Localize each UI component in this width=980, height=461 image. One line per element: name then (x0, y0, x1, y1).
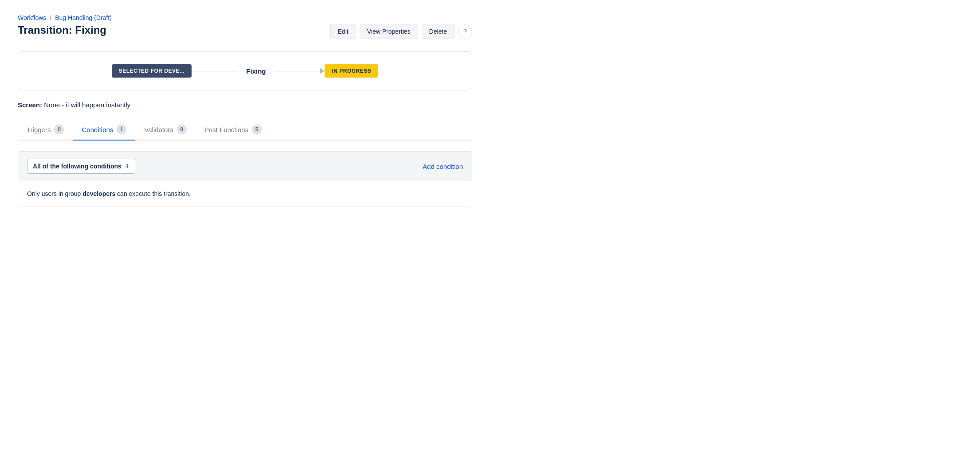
screen-label: Screen: (18, 101, 42, 109)
header-row: Transition: Fixing Edit View Properties … (18, 24, 472, 39)
line-left (192, 71, 237, 71)
breadcrumb-workflows-link[interactable]: Workflows (18, 14, 46, 21)
header-actions: Edit View Properties Delete ? (330, 24, 472, 39)
conditions-container: All of the following conditions ⬍ Add co… (18, 151, 472, 207)
tab-label: Triggers (27, 126, 51, 133)
add-condition-button[interactable]: Add condition (423, 163, 463, 170)
breadcrumb-separator: / (50, 14, 51, 21)
from-status-badge: SELECTED FOR DEVE... (112, 64, 192, 78)
tab-badge: 1 (117, 125, 126, 134)
breadcrumb: Workflows / Bug Handling (Draft) (18, 14, 472, 21)
tabs-container: Triggers0Conditions1Validators0Post Func… (18, 119, 472, 141)
screen-info: Screen: None - it will happen instantly (18, 101, 472, 109)
condition-row: Only users in group developers can execu… (18, 181, 472, 207)
tab-label: Validators (144, 126, 173, 133)
help-button[interactable]: ? (458, 24, 472, 39)
tab-label: Conditions (82, 126, 113, 133)
transition-diagram-card: SELECTED FOR DEVE... Fixing IN PROGRESS (18, 51, 472, 90)
condition-text-prefix: Only users in group (27, 190, 82, 197)
edit-button[interactable]: Edit (330, 24, 356, 39)
tab-badge: 5 (252, 125, 262, 134)
transition-label: Fixing (237, 67, 274, 75)
transition-line: Fixing (192, 67, 325, 75)
condition-group-name: developers (82, 190, 115, 197)
screen-value: None - it will happen instantly (44, 101, 130, 109)
conditions-header: All of the following conditions ⬍ Add co… (18, 152, 472, 181)
conditions-selector-label: All of the following conditions (33, 163, 122, 170)
tab-conditions[interactable]: Conditions1 (73, 119, 135, 141)
selector-arrow-icon: ⬍ (125, 163, 129, 169)
tab-triggers[interactable]: Triggers0 (18, 119, 73, 141)
tab-post-functions[interactable]: Post Functions5 (196, 119, 270, 141)
condition-text-suffix: can execute this transition. (115, 190, 191, 197)
tab-validators[interactable]: Validators0 (135, 119, 196, 141)
to-status-badge: IN PROGRESS (325, 64, 378, 78)
view-properties-button[interactable]: View Properties (360, 24, 418, 39)
page-title: Transition: Fixing (18, 24, 106, 36)
tab-label: Post Functions (204, 126, 248, 133)
delete-button[interactable]: Delete (422, 24, 455, 39)
breadcrumb-current-link[interactable]: Bug Handling (Draft) (55, 14, 112, 21)
conditions-selector[interactable]: All of the following conditions ⬍ (27, 159, 135, 174)
arrow-icon (320, 68, 325, 74)
line-right (275, 71, 321, 71)
tab-badge: 0 (177, 125, 187, 134)
tab-badge: 0 (54, 125, 64, 134)
